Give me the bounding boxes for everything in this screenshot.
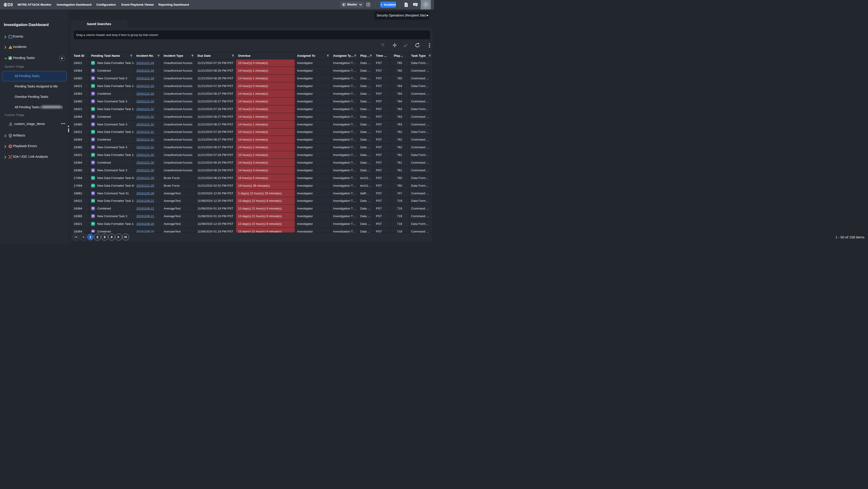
svg-text:i: i [406, 3, 407, 6]
svg-text:i: i [368, 3, 369, 6]
svg-text:D3: D3 [7, 3, 13, 7]
